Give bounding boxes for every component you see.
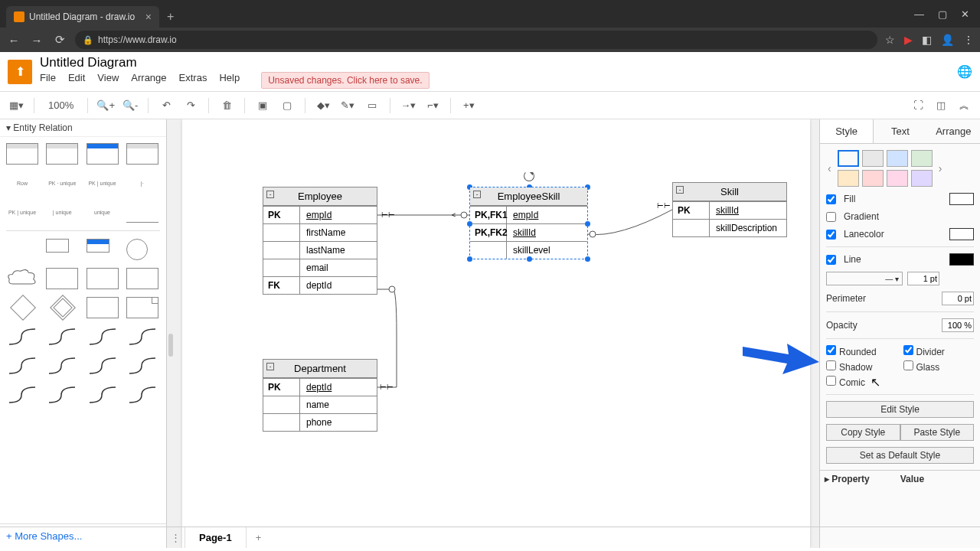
menu-arrange[interactable]: Arrange [131,72,166,89]
shape-row[interactable]: PK | unique [6,201,38,223]
star-icon[interactable]: ☆ [885,34,895,46]
fill-checkbox[interactable] [826,194,836,204]
glass-checkbox[interactable] [903,360,913,370]
shape-connector[interactable] [6,355,38,377]
collapse-icon[interactable]: - [473,191,481,198]
shape-connector[interactable] [46,384,78,406]
globe-icon[interactable]: 🌐 [957,64,972,79]
style-swatch[interactable] [838,170,859,187]
shape-row[interactable]: PK | unique [87,172,119,194]
shadow-checkbox[interactable] [826,360,836,370]
waypoint-icon[interactable]: ⌐▾ [423,96,443,116]
shadow-icon[interactable]: ▭ [362,96,382,116]
shape-connector[interactable] [126,384,158,406]
rounded-checkbox[interactable] [826,345,836,355]
app-logo-icon[interactable]: ⬆ [8,60,32,84]
style-swatch[interactable] [911,170,933,187]
shape-row[interactable]: unique [87,201,119,223]
edit-style-button[interactable]: Edit Style [826,401,974,418]
youtube-icon[interactable]: ▶ [904,34,913,46]
shape-connector[interactable] [46,326,78,347]
shape-connector[interactable] [6,384,38,406]
shape-connector[interactable] [87,326,119,347]
connection-icon[interactable]: →▾ [398,96,418,116]
shape-connector[interactable] [87,355,119,377]
swatch-next-icon[interactable]: › [937,162,944,174]
style-swatch[interactable] [887,150,908,167]
to-front-icon[interactable]: ▣ [253,96,273,116]
sidebar-section-header[interactable]: ▾ Entity Relation [0,119,166,137]
back-icon[interactable]: ← [6,34,21,47]
redo-icon[interactable]: ↷ [181,96,201,116]
shape-entity[interactable] [87,297,119,318]
shape-entity[interactable] [46,239,69,253]
save-banner[interactable]: Unsaved changes. Click here to save. [261,72,429,89]
entity-department[interactable]: -Department PKdeptId name phone [263,359,377,432]
close-tab-icon[interactable]: × [145,11,152,23]
shape-connector[interactable] [46,355,78,377]
canvas-page[interactable]: -Employee PKempId firstName lastName ema… [182,119,810,548]
fullscreen-icon[interactable]: ⛶ [908,96,928,116]
zoom-out-icon[interactable]: 🔍- [120,96,140,116]
menu-view[interactable]: View [97,72,119,89]
opacity-input[interactable] [942,318,974,332]
paste-style-button[interactable]: Paste Style [900,424,975,441]
set-default-style-button[interactable]: Set as Default Style [826,447,974,464]
collapse-icon[interactable]: ︽ [954,96,974,116]
line-color-icon[interactable]: ✎▾ [338,96,358,116]
canvas[interactable]: -Employee PKempId firstName lastName ema… [167,119,819,548]
forward-icon[interactable]: → [29,34,44,47]
extension-icon[interactable]: ◧ [922,34,932,46]
entity-employeeskill[interactable]: -EmployeeSkill PK,FK1empId PK,FK2skillId… [469,187,588,259]
line-checkbox[interactable] [826,255,836,265]
style-swatch[interactable] [911,150,933,167]
shape-table[interactable] [87,143,119,165]
browser-tab[interactable]: Untitled Diagram - draw.io × [6,6,159,28]
shape-connector[interactable] [87,384,119,406]
shape-row[interactable]: | unique [46,201,78,223]
zoom-level[interactable]: 100% [42,99,80,111]
shape-hr[interactable] [126,201,158,223]
shape-row[interactable]: Row [6,172,38,194]
copy-style-button[interactable]: Copy Style [826,424,900,441]
shape-relation-weak[interactable] [50,295,76,321]
avatar-icon[interactable]: 👤 [941,34,954,46]
shape-connector[interactable] [6,326,38,347]
menu-edit[interactable]: Edit [68,72,85,89]
swatch-prev-icon[interactable]: ‹ [826,162,833,174]
shape-entity[interactable] [87,239,109,253]
shape-entity[interactable] [87,268,119,289]
page-menu-icon[interactable]: ⋮ [167,527,185,548]
maximize-icon[interactable]: ▢ [938,8,947,20]
menu-help[interactable]: Help [219,72,240,89]
shape-table[interactable] [6,143,38,165]
shape-row[interactable]: PK · unique [46,172,78,194]
new-tab-button[interactable]: + [167,10,174,24]
shape-note[interactable] [126,297,158,318]
gradient-checkbox[interactable] [826,212,836,222]
shape-entity[interactable] [126,268,158,289]
entity-employee[interactable]: -Employee PKempId firstName lastName ema… [263,187,377,295]
shape-row[interactable]: |· [126,172,158,194]
undo-icon[interactable]: ↶ [156,96,176,116]
document-title[interactable]: Untitled Diagram [40,55,430,70]
close-window-icon[interactable]: ✕ [961,8,969,20]
style-swatch[interactable] [887,170,908,187]
tab-text[interactable]: Text [874,119,926,143]
collapse-icon[interactable]: - [676,186,684,194]
page-tab[interactable]: Page-1 [185,527,247,548]
menu-file[interactable]: File [40,72,56,89]
collapse-icon[interactable]: - [266,191,274,198]
format-panel-icon[interactable]: ◫ [931,96,951,116]
lanecolor-color[interactable] [949,228,974,240]
rotate-handle[interactable] [524,171,534,181]
menu-extras[interactable]: Extras [179,72,207,89]
fill-color-icon[interactable]: ◆▾ [313,96,333,116]
tab-arrange[interactable]: Arrange [927,119,980,143]
reload-icon[interactable]: ⟳ [52,33,67,47]
shape-connector[interactable] [126,326,158,347]
address-bar[interactable]: 🔒 https://www.draw.io [75,31,877,49]
style-swatch[interactable] [862,150,884,167]
collapse-icon[interactable]: - [266,363,274,370]
shape-connector[interactable] [126,355,158,377]
